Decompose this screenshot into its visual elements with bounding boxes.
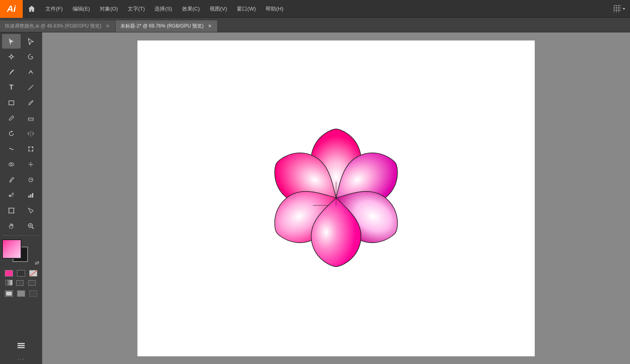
tool-selection[interactable]	[2, 34, 21, 49]
svg-rect-9	[28, 118, 33, 121]
canvas-area[interactable]	[42, 32, 630, 364]
tool-curvature[interactable]	[21, 65, 40, 79]
svg-rect-30	[9, 208, 14, 213]
tab-2[interactable]: 未标题-2* @ 69.76% (RGB/GPU 预览) ✕	[116, 20, 218, 32]
toolbar: T	[0, 32, 42, 364]
tool-row-pen	[2, 65, 40, 79]
tool-magic-wand[interactable]	[2, 49, 21, 64]
flower-artwork	[219, 80, 454, 316]
svg-rect-39	[17, 343, 25, 344]
menubar: Ai 文件(F) 编辑(E) 对象(O) 文字(T) 选择(S) 效果(C) 视…	[0, 0, 630, 18]
svg-rect-8	[9, 101, 14, 105]
svg-point-23	[30, 179, 31, 180]
svg-line-36	[32, 227, 34, 229]
tool-pen[interactable]	[2, 65, 21, 79]
menu-window[interactable]: 窗口(W)	[232, 0, 261, 17]
document-canvas[interactable]	[137, 40, 535, 356]
more-tools-btn[interactable]: ...	[17, 354, 25, 361]
svg-rect-14	[32, 147, 33, 148]
svg-rect-24	[9, 195, 11, 197]
tool-text[interactable]: T	[2, 80, 21, 95]
color-fg-swatch[interactable]	[2, 239, 21, 259]
svg-rect-25	[12, 193, 14, 195]
tool-rect[interactable]	[2, 96, 21, 110]
tab-1-label: 快速调整颜色.ai @ 46.63% (RGB/GPU 预览)	[5, 23, 101, 30]
menu-edit[interactable]: 编辑(E)	[68, 0, 95, 17]
workspace-switcher[interactable]	[614, 3, 626, 15]
tool-row-warp	[2, 142, 40, 156]
home-icon[interactable]	[23, 0, 41, 18]
color-stroke-btn[interactable]	[16, 269, 26, 277]
stroke-indicator	[17, 270, 25, 277]
svg-point-5	[13, 70, 14, 71]
tool-row-eye	[2, 172, 40, 187]
svg-rect-29	[32, 193, 33, 198]
tool-rotate[interactable]	[2, 126, 21, 141]
color-area: ⇄	[2, 239, 40, 267]
tool-eyedropper[interactable]	[2, 172, 21, 187]
tool-row-blend	[2, 157, 40, 172]
grid-icon	[614, 5, 621, 13]
tool-warp[interactable]	[2, 142, 21, 156]
pattern-indicator	[16, 280, 24, 286]
menu-help[interactable]: 帮助(H)	[261, 0, 288, 17]
tab-2-close[interactable]: ✕	[207, 23, 212, 29]
tabbar: 快速调整颜色.ai @ 46.63% (RGB/GPU 预览) ✕ 未标题-2*…	[0, 18, 630, 32]
svg-rect-13	[28, 147, 30, 148]
tool-reflect[interactable]	[21, 126, 40, 141]
tool-line[interactable]	[21, 80, 40, 95]
tool-pencil[interactable]	[2, 111, 21, 126]
tool-free-transform[interactable]	[21, 142, 40, 156]
color-gradient-btn[interactable]	[5, 279, 13, 286]
menu-object[interactable]: 对象(O)	[95, 0, 123, 17]
screen-mode-presentation[interactable]	[28, 289, 39, 298]
svg-rect-27	[28, 196, 30, 198]
tool-row-selection	[2, 34, 40, 49]
screen-mode-normal[interactable]	[4, 289, 14, 298]
tab-1[interactable]: 快速调整颜色.ai @ 46.63% (RGB/GPU 预览) ✕	[0, 20, 116, 32]
tool-row-nav	[2, 219, 40, 233]
screen-full-icon	[17, 290, 25, 297]
tool-row-wand	[2, 49, 40, 64]
tab-1-close[interactable]: ✕	[105, 23, 110, 29]
fill-indicator	[5, 270, 13, 277]
tool-mesh[interactable]	[21, 157, 40, 172]
swap-colors-icon[interactable]: ⇄	[35, 260, 39, 266]
tool-shape-builder[interactable]	[2, 157, 21, 172]
main-area: T	[0, 32, 630, 364]
tool-row-transform	[2, 126, 40, 141]
menu-effect[interactable]: 效果(C)	[177, 0, 205, 17]
tool-hand[interactable]	[2, 219, 21, 233]
menu-text[interactable]: 文字(T)	[123, 0, 150, 17]
tool-zoom[interactable]	[21, 219, 40, 233]
color-fill-btn[interactable]	[4, 269, 14, 277]
tool-row-shape	[2, 96, 40, 110]
tool-graph[interactable]	[21, 188, 40, 202]
tool-eraser[interactable]	[21, 111, 40, 126]
color-mesh-btn[interactable]	[27, 279, 37, 287]
svg-line-7	[28, 85, 33, 90]
mesh-indicator	[28, 280, 36, 286]
menu-file[interactable]: 文件(F)	[41, 0, 68, 17]
text-tool-icon: T	[9, 83, 13, 92]
tool-live-paint[interactable]	[2, 188, 21, 202]
color-reset-area: ⇄	[35, 260, 39, 266]
tool-brush[interactable]	[21, 96, 40, 110]
arrange-icon[interactable]	[12, 338, 30, 353]
color-none-btn[interactable]	[28, 269, 39, 277]
tool-direct-selection[interactable]	[21, 34, 40, 49]
tab-2-label: 未标题-2* @ 69.76% (RGB/GPU 预览)	[120, 23, 204, 30]
menu-select[interactable]: 选择(S)	[150, 0, 177, 17]
tool-row-pencil	[2, 111, 40, 126]
tool-lasso[interactable]	[21, 49, 40, 64]
tool-measure[interactable]	[21, 172, 40, 187]
screen-mode-fullscreen[interactable]	[16, 289, 26, 298]
svg-rect-16	[28, 150, 30, 151]
svg-rect-26	[11, 195, 13, 197]
tool-artboard[interactable]	[2, 203, 21, 218]
tool-row-artboard	[2, 203, 40, 218]
svg-rect-41	[17, 347, 25, 348]
menu-view[interactable]: 视图(V)	[205, 0, 232, 17]
tool-slice[interactable]	[21, 203, 40, 218]
color-pattern-btn[interactable]	[15, 279, 25, 287]
